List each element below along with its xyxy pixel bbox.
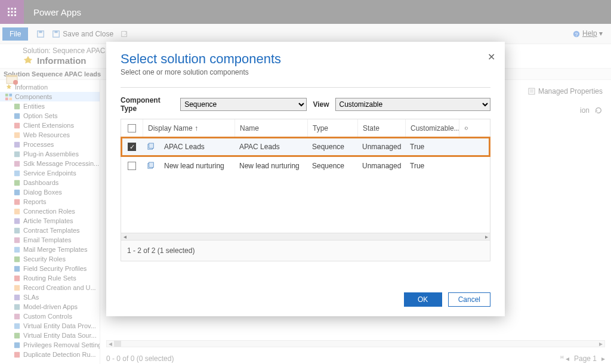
svg-rect-52 [149, 143, 154, 149]
grid-hscrollbar[interactable]: ◂ ▸ [121, 233, 490, 240]
col-name[interactable]: Name [234, 119, 307, 137]
cell-state: Unmanaged [357, 137, 405, 156]
refresh-grid-icon[interactable] [459, 119, 473, 137]
cell-type: Sequence [307, 137, 357, 156]
sequence-icon [147, 143, 155, 151]
grid-footer: 1 - 2 of 2 (1 selected) [121, 240, 490, 261]
row-checkbox[interactable] [128, 162, 136, 170]
select-components-dialog: ✕ Select solution components Select one … [106, 42, 505, 316]
components-grid: Display Name ↑ Name Type State Customiza… [121, 119, 490, 240]
cancel-button[interactable]: Cancel [448, 292, 490, 307]
grid-scroll-right-icon[interactable]: ▸ [483, 233, 490, 240]
view-label: View [313, 100, 329, 109]
grid-scroll-left-icon[interactable]: ◂ [121, 233, 128, 240]
select-all-checkbox[interactable] [128, 124, 136, 132]
col-state[interactable]: State [357, 119, 405, 137]
col-type[interactable]: Type [307, 119, 357, 137]
cell-display-name: APAC Leads [159, 137, 234, 156]
dialog-subtitle: Select one or more solution components [121, 68, 490, 76]
cell-name: APAC Leads [234, 137, 307, 156]
close-icon[interactable]: ✕ [487, 51, 495, 63]
component-type-select[interactable]: Sequence [180, 98, 307, 111]
svg-rect-54 [149, 162, 154, 168]
cell-type: Sequence [307, 156, 357, 175]
col-display-name[interactable]: Display Name ↑ [143, 119, 234, 137]
dialog-title: Select solution components [121, 51, 490, 67]
cell-customizable: True [405, 137, 459, 156]
cell-customizable: True [405, 156, 459, 175]
table-row[interactable]: New lead nurturingNew lead nurturingSequ… [121, 156, 490, 175]
sequence-icon [147, 162, 155, 170]
cell-name: New lead nurturing [234, 156, 307, 175]
cell-display-name: New lead nurturing [159, 156, 234, 175]
grid-header: Display Name ↑ Name Type State Customiza… [121, 119, 490, 137]
view-select[interactable]: Customizable [335, 98, 490, 111]
row-checkbox[interactable]: ✓ [128, 143, 136, 151]
col-customizable[interactable]: Customizable... [405, 119, 459, 137]
component-type-label: Component Type [121, 96, 174, 113]
cell-state: Unmanaged [357, 156, 405, 175]
ok-button[interactable]: OK [404, 292, 442, 307]
table-row[interactable]: ✓APAC LeadsAPAC LeadsSequenceUnmanagedTr… [121, 137, 490, 156]
